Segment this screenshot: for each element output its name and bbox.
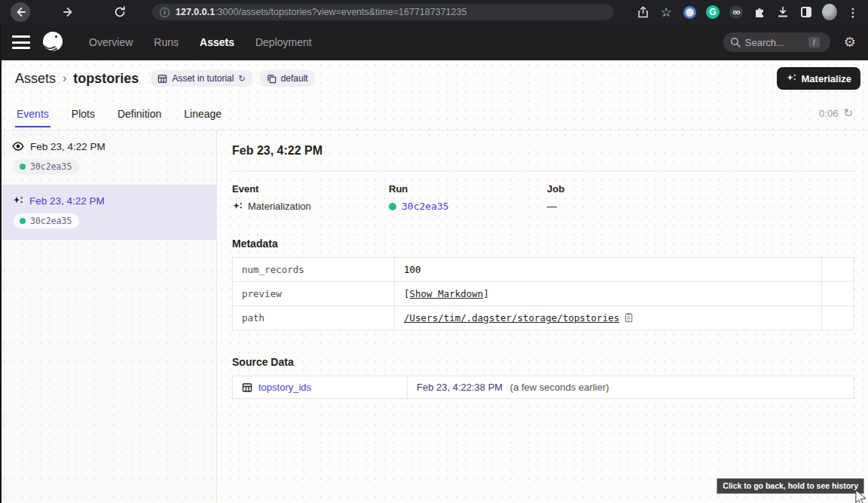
search-icon — [730, 37, 741, 48]
mouse-cursor — [854, 489, 868, 503]
search-shortcut-key: / — [808, 37, 820, 48]
clipboard-copy-icon[interactable] — [624, 312, 634, 323]
extension-ring-icon[interactable] — [682, 5, 697, 20]
table-row: topstory_ids Feb 23, 4:22:38 PM (a few s… — [233, 376, 854, 399]
run-status-dot — [20, 218, 26, 224]
asset-header: Assets › topstories Asset in tutorial ↻ … — [0, 60, 868, 97]
run-id: 30c2ea35 — [30, 161, 72, 172]
site-info-icon[interactable]: i — [160, 8, 170, 17]
run-status-dot — [389, 203, 396, 210]
copy-stack-icon — [267, 74, 277, 84]
event-list-sidebar: Feb 23, 4:22 PM 30c2ea35 Feb 23, 4:22 PM… — [0, 130, 217, 503]
source-timestamp[interactable]: Feb 23, 4:22:38 PM — [417, 382, 503, 393]
metadata-table: num_records 100 preview [Show Markdown] … — [232, 257, 854, 330]
glasses-extension-icon[interactable]: oo — [729, 5, 744, 20]
breadcrumb-separator: › — [63, 72, 66, 85]
event-detail-panel: Feb 23, 4:22 PM Event Materialization Ru… — [217, 130, 868, 503]
bracket: [ — [404, 288, 410, 299]
search-box[interactable]: / — [723, 32, 830, 52]
job-column: Job — — [547, 183, 854, 212]
address-bar[interactable]: i 127.0.0.1:3000/assets/topstories?view=… — [152, 4, 613, 20]
metadata-heading: Metadata — [232, 238, 854, 250]
table-row: preview [Show Markdown] — [233, 282, 854, 306]
eye-observation-icon — [12, 140, 24, 152]
forward-arrow-icon — [63, 6, 75, 18]
metadata-key: path — [233, 306, 395, 330]
url-rest: :3000/assets/topstories?view=events&time… — [215, 7, 466, 17]
browser-chrome: i 127.0.0.1:3000/assets/topstories?view=… — [0, 0, 868, 24]
event-column-label: Event — [232, 183, 389, 195]
metadata-actions-cell — [822, 306, 854, 330]
nav-item-overview[interactable]: Overview — [89, 36, 133, 48]
share-icon[interactable] — [635, 5, 650, 20]
download-icon[interactable] — [775, 5, 790, 20]
run-id: 30c2ea35 — [30, 216, 72, 226]
source-asset-link[interactable]: topstory_ids — [242, 382, 398, 393]
materialization-sparkle-icon — [12, 195, 23, 207]
run-column-label: Run — [389, 183, 547, 195]
url-host: 127.0.0.1 — [176, 7, 215, 17]
nav-item-assets[interactable]: Assets — [200, 36, 234, 48]
tab-events[interactable]: Events — [15, 108, 50, 127]
url-text: 127.0.0.1:3000/assets/topstories?view=ev… — [176, 7, 466, 17]
puzzle-extension-icon[interactable] — [752, 5, 767, 20]
source-data-table: topstory_ids Feb 23, 4:22:38 PM (a few s… — [232, 376, 854, 399]
window-edge — [0, 24, 2, 503]
browser-back-button[interactable] — [11, 2, 30, 22]
event-time: Feb 23, 4:22 PM — [29, 195, 105, 207]
event-list-item-observation[interactable]: Feb 23, 4:22 PM 30c2ea35 — [0, 130, 216, 186]
bookmark-star-icon[interactable]: ☆ — [659, 5, 674, 20]
show-markdown-link[interactable]: Show Markdown — [410, 288, 484, 299]
event-type-value: Materialization — [248, 201, 311, 212]
back-button-tooltip: Click to go back, hold to see history — [717, 478, 864, 494]
asset-tabs: Events Plots Definition Lineage 0:06 ↻ — [0, 97, 868, 130]
event-column: Event Materialization — [232, 183, 389, 212]
breadcrumb-assets-link[interactable]: Assets — [15, 71, 56, 87]
app-navbar: Overview Runs Assets Deployment / ⚙ — [0, 24, 868, 60]
grammarly-extension-icon[interactable]: G — [705, 5, 720, 20]
dagster-logo — [41, 30, 65, 54]
settings-gear-icon[interactable]: ⚙ — [844, 35, 856, 49]
event-detail-title: Feb 23, 4:22 PM — [232, 144, 854, 158]
nav-item-deployment[interactable]: Deployment — [255, 36, 312, 48]
sidebar-toggle-icon[interactable] — [799, 5, 814, 20]
source-timestamp-note: (a few seconds earlier) — [510, 382, 610, 393]
event-run-badge[interactable]: 30c2ea35 — [14, 213, 79, 228]
asset-group-label: Asset in tutorial — [172, 73, 234, 84]
materialize-label: Materialize — [802, 73, 851, 84]
refresh-icon[interactable]: ↻ — [843, 106, 853, 120]
breadcrumb: Assets › topstories — [15, 71, 139, 87]
metadata-actions-cell — [822, 258, 854, 282]
event-run-badge[interactable]: 30c2ea35 — [14, 159, 79, 174]
path-link[interactable]: /Users/tim/.dagster/storage/topstories — [404, 312, 619, 324]
repo-badge[interactable]: default — [260, 70, 315, 87]
run-id-link[interactable]: 30c2ea35 — [402, 201, 449, 212]
asset-name: topstories — [73, 71, 139, 87]
search-input[interactable] — [745, 37, 804, 48]
browser-forward-button[interactable] — [59, 2, 78, 22]
hamburger-menu-icon[interactable] — [12, 35, 30, 49]
refresh-timer: 0:06 — [819, 108, 838, 119]
materialization-sparkle-icon — [232, 201, 243, 212]
job-column-label: Job — [547, 183, 854, 195]
nav-item-runs[interactable]: Runs — [154, 36, 179, 48]
browser-reload-button[interactable] — [110, 2, 130, 22]
materialize-button[interactable]: Materialize — [777, 67, 860, 90]
table-grid-icon — [242, 382, 252, 393]
badge-refresh-icon[interactable]: ↻ — [238, 74, 245, 84]
metadata-key: num_records — [233, 258, 395, 282]
tab-plots[interactable]: Plots — [70, 108, 96, 127]
run-status-dot — [20, 164, 26, 170]
event-time: Feb 23, 4:22 PM — [30, 141, 105, 152]
table-row: path /Users/tim/.dagster/storage/topstor… — [233, 306, 854, 330]
event-list-item-materialization[interactable]: Feb 23, 4:22 PM 30c2ea35 — [0, 186, 216, 240]
tab-definition[interactable]: Definition — [116, 108, 163, 127]
browser-menu-icon[interactable]: ⋮ — [845, 5, 860, 20]
metadata-value: /Users/tim/.dagster/storage/topstories — [395, 306, 822, 330]
tab-lineage[interactable]: Lineage — [182, 108, 223, 127]
asset-group-badge[interactable]: Asset in tutorial ↻ — [151, 70, 252, 87]
metadata-actions-cell — [822, 282, 854, 306]
bracket: ] — [483, 288, 489, 299]
profile-avatar[interactable] — [822, 5, 837, 20]
run-column: Run 30c2ea35 — [389, 183, 547, 212]
